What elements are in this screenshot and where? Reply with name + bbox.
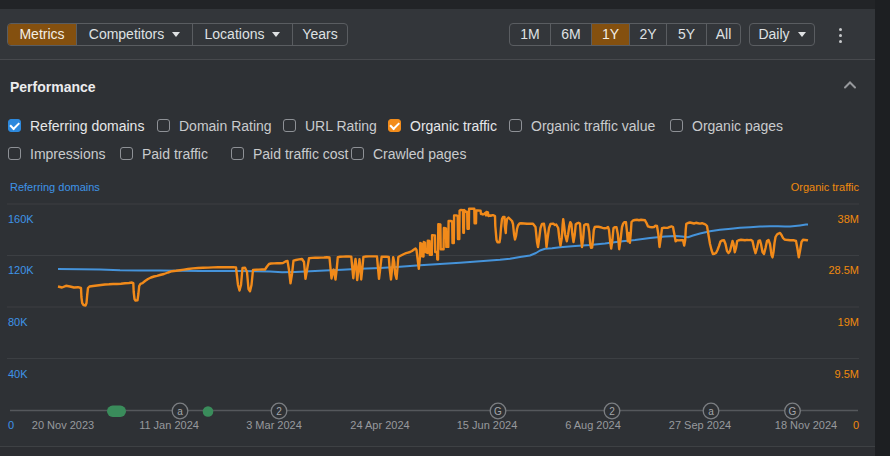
svg-text:G: G — [789, 406, 797, 417]
svg-text:a: a — [708, 406, 714, 417]
svg-text:2: 2 — [609, 406, 615, 417]
svg-text:a: a — [177, 406, 183, 417]
svg-text:2: 2 — [276, 406, 282, 417]
svg-text:G: G — [494, 406, 502, 417]
